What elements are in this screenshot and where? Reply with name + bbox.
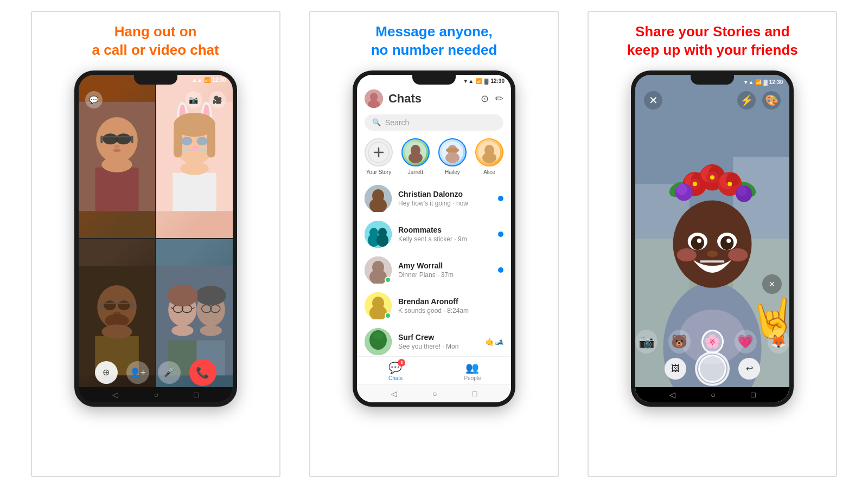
alice-avatar (475, 138, 503, 166)
video-on-icon[interactable]: 🎥 (209, 91, 226, 108)
chats-time: 12:30 (490, 78, 505, 84)
search-icon: 🔍 (372, 118, 381, 126)
recents-btn-3[interactable]: □ (751, 390, 755, 399)
svg-point-130 (691, 236, 704, 250)
chat-item-amy[interactable]: Amy Worrall Dinner Plans · 37m (357, 252, 511, 288)
hailey-avatar (438, 138, 467, 166)
ar-signal: 📶 (755, 79, 762, 85)
surf-info: Surf Crew See you there! · Mon (398, 333, 478, 350)
panels-container: Hang out ona call or video chat (0, 0, 868, 488)
svg-point-24 (196, 137, 207, 145)
video-call-screen: ▲▲ 📶 12:30 💬 📷 🎥 (79, 75, 233, 402)
jarrett-story-item[interactable]: Jarrett (401, 138, 430, 175)
camera-switch-icon[interactable]: 📷 (185, 91, 202, 108)
chat-item-brendan[interactable]: Brendan Aronoff K sounds good · 8:24am (357, 288, 511, 324)
roommates-meta (498, 232, 503, 237)
recents-btn-2[interactable]: □ (473, 389, 477, 398)
video-top-right-icons: 📷 🎥 (185, 91, 226, 108)
svg-rect-34 (103, 303, 117, 304)
ar-camera-flip-button[interactable]: ↩ (738, 358, 760, 380)
roommates-avatar (365, 221, 392, 248)
alice-label: Alice (483, 169, 495, 175)
filter-flower-icon[interactable]: 🌸 (701, 330, 724, 354)
christian-preview: Hey how's it going · now (398, 200, 492, 207)
ar-x-button[interactable]: ✕ (762, 274, 782, 294)
search-placeholder: Search (385, 118, 409, 127)
svg-point-133 (726, 239, 731, 243)
palette-icon[interactable]: 🎨 (762, 91, 781, 110)
christian-meta (498, 196, 503, 201)
chat-bubble-icon[interactable]: 💬 (85, 91, 103, 108)
chat-item-surf[interactable]: Surf Crew See you there! · Mon 🤙🎿 (357, 324, 511, 356)
ar-gallery-button[interactable]: 🖼 (665, 358, 686, 380)
recents-nav-icon[interactable]: □ (194, 390, 198, 399)
home-btn-2[interactable]: ○ (432, 389, 437, 398)
mute-button[interactable]: 🎤 (158, 361, 181, 384)
phone-3-screen: 🤘 ▼▲ 📶 ▓ 12:30 ✕ (635, 75, 789, 402)
compose-icon[interactable]: ✏ (495, 93, 503, 105)
camera-icon[interactable]: ⊙ (481, 93, 489, 105)
hailey-story-item[interactable]: Hailey (438, 138, 467, 175)
svg-point-94 (373, 332, 384, 339)
brendan-online-dot (385, 312, 391, 319)
header-action-icons: ⊙ ✏ (481, 93, 503, 105)
roommates-unread-dot (498, 232, 503, 237)
battery-icon: ▓ (484, 78, 488, 84)
jarrett-label: Jarrett (408, 169, 423, 175)
signal-bars: ▼▲ (463, 78, 474, 84)
panel-2-title: Message anyone,no number needed (371, 23, 497, 60)
bolt-icon[interactable]: ⚡ (737, 91, 756, 110)
ar-filter-bar: 📷 🐻 🌸 💗 🦊 (635, 330, 789, 354)
svg-point-74 (482, 152, 496, 163)
chats-title: Chats (388, 92, 422, 106)
home-nav-icon[interactable]: ○ (154, 390, 158, 399)
jarrett-avatar (401, 138, 430, 166)
nav-bar-1: ◁ ○ □ (79, 387, 233, 402)
end-call-button[interactable]: 📞 (189, 359, 216, 386)
filter-bear-icon[interactable]: 🐻 (668, 330, 691, 354)
svg-rect-26 (174, 125, 182, 157)
user-avatar[interactable] (365, 89, 383, 108)
svg-point-67 (409, 152, 423, 163)
phone-nav-2: ◁ ○ □ (357, 384, 511, 402)
phone-1-screen: ▲▲ 📶 12:30 💬 📷 🎥 (79, 75, 233, 402)
back-btn-2[interactable]: ◁ (391, 389, 397, 398)
chats-tab[interactable]: 💬 3 Chats (357, 361, 434, 381)
back-btn-3[interactable]: ◁ (669, 390, 675, 399)
stories-row: Your Story Jarrett (357, 135, 511, 181)
ar-shutter-inner (698, 355, 726, 383)
svg-point-122 (676, 184, 687, 195)
filter-heart-icon[interactable]: 💗 (735, 330, 757, 354)
brendan-name: Brendan Aronoff (398, 297, 497, 306)
svg-point-70 (446, 147, 459, 153)
close-icon[interactable]: ✕ (644, 91, 662, 110)
search-bar[interactable]: 🔍 Search (365, 114, 503, 131)
ar-capture-button[interactable] (695, 351, 730, 386)
alice-story-item[interactable]: Alice (475, 138, 503, 175)
people-tab[interactable]: 👥 People (434, 361, 511, 381)
home-btn-3[interactable]: ○ (711, 390, 715, 399)
back-nav-icon[interactable]: ◁ (112, 390, 118, 399)
add-person-button[interactable]: 👤+ (126, 361, 149, 384)
svg-point-32 (104, 300, 116, 310)
filter-fox-icon[interactable]: 🦊 (768, 330, 790, 354)
svg-point-9 (113, 149, 120, 152)
nav-bar-3: ◁ ○ □ (635, 387, 789, 402)
panel-3-title: Share your Stories andkeep up with your … (627, 23, 798, 60)
roommates-preview: Kelly sent a sticker · 9m (398, 235, 492, 243)
chat-item-roommates[interactable]: Roommates Kelly sent a sticker · 9m (357, 216, 511, 252)
surf-emoji: 🤙🎿 (485, 337, 503, 346)
svg-rect-134 (700, 260, 724, 262)
filter-photo-icon[interactable]: 📷 (635, 330, 658, 354)
chats-status-bar: ▼▲ 📶 ▓ 12:30 (357, 75, 511, 86)
panel-chats: Message anyone,no number needed ▼▲ 📶 ▓ 1… (309, 11, 559, 477)
chat-item-christian[interactable]: Christian Dalonzo Hey how's it going · n… (357, 181, 511, 216)
chats-tab-label: Chats (388, 375, 403, 381)
chats-badge: 3 (398, 359, 405, 367)
christian-info: Christian Dalonzo Hey how's it going · n… (398, 190, 492, 207)
brendan-preview: K sounds good · 8:24am (398, 307, 497, 314)
your-story-item[interactable]: Your Story (365, 138, 393, 175)
christian-unread-dot (498, 196, 503, 201)
hailey-label: Hailey (445, 169, 460, 175)
expand-button[interactable]: ⊕ (95, 361, 118, 384)
